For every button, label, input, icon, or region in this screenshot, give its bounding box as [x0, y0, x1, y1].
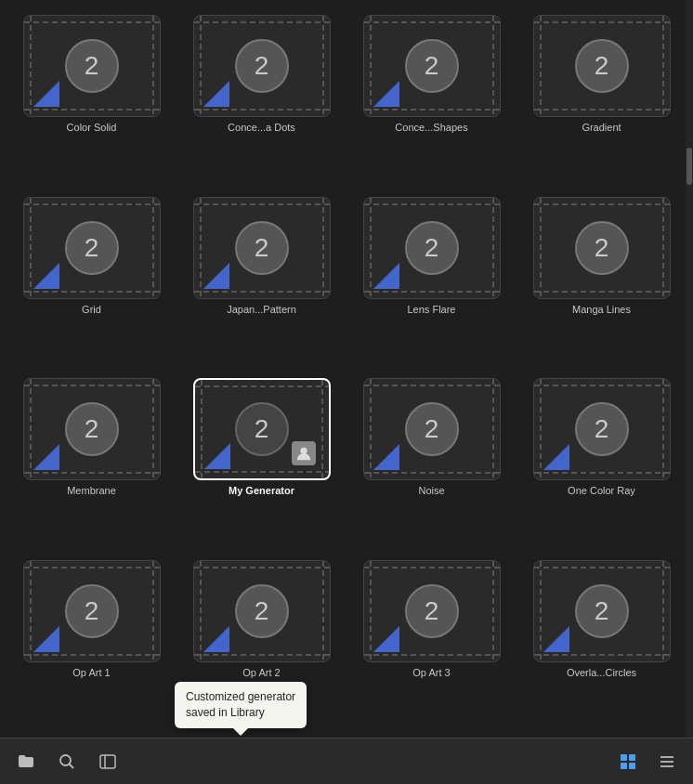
- item-label-conc-shapes: Conce...Shapes: [395, 122, 467, 133]
- grid-item-my-generator[interactable]: 2 My Generator: [181, 378, 342, 549]
- bottom-toolbar: [0, 738, 693, 784]
- list-view-icon: [658, 752, 676, 771]
- grid-item-grid[interactable]: 2Grid: [11, 197, 172, 368]
- main-content: 2Color Solid2Conce...a Dots2Conce...Shap…: [0, 0, 693, 784]
- blue-corner-grid: [33, 263, 59, 289]
- frame-left: [30, 16, 32, 116]
- blue-corner-color-solid: [33, 81, 59, 107]
- item-label-membrane: Membrane: [67, 485, 116, 496]
- number-badge-one-color-ray: 2: [575, 402, 629, 456]
- grid-item-color-solid[interactable]: 2Color Solid: [11, 15, 172, 186]
- thumbnail-japan-pattern: 2: [193, 197, 331, 299]
- grid-item-noise[interactable]: 2Noise: [351, 378, 512, 549]
- callout-tooltip: Customized generatorsaved in Library: [175, 682, 307, 728]
- number-badge-japan-pattern: 2: [235, 221, 289, 275]
- frame-left: [201, 380, 203, 478]
- frame-left: [540, 16, 542, 116]
- search-button[interactable]: [54, 749, 80, 775]
- toolbar-right-group: [615, 749, 680, 775]
- frame-left: [540, 198, 542, 298]
- sidebar-button[interactable]: [95, 749, 121, 775]
- frame-left: [200, 561, 202, 661]
- number-badge-gradient: 2: [575, 39, 629, 93]
- blue-corner-membrane: [33, 444, 59, 470]
- frame-left: [200, 16, 202, 116]
- number-badge-grid: 2: [65, 221, 119, 275]
- frame-left: [200, 198, 202, 298]
- item-label-grid: Grid: [82, 304, 101, 315]
- svg-point-1: [60, 755, 71, 765]
- grid-item-overla-circles[interactable]: 2Overla...Circles: [521, 560, 682, 731]
- grid-item-op-art-1[interactable]: 2Op Art 1: [11, 560, 172, 731]
- frame-left: [30, 198, 32, 298]
- svg-rect-3: [100, 755, 115, 768]
- frame-left: [540, 561, 542, 661]
- svg-rect-8: [629, 763, 635, 769]
- item-label-one-color-ray: One Color Ray: [568, 485, 635, 496]
- search-icon: [58, 752, 76, 771]
- number-badge-conc-dots: 2: [235, 39, 289, 93]
- grid-item-lens-flare[interactable]: 2Lens Flare: [351, 197, 512, 368]
- number-badge-lens-flare: 2: [405, 221, 459, 275]
- scrollbar[interactable]: [686, 0, 693, 738]
- toolbar-left-group: [13, 749, 121, 775]
- frame-left: [370, 16, 372, 116]
- grid-item-gradient[interactable]: 2Gradient: [521, 15, 682, 186]
- grid-view-icon: [619, 752, 637, 771]
- thumbnail-grid: 2: [23, 197, 161, 299]
- blue-corner-my-generator: [204, 443, 230, 469]
- thumbnail-gradient: 2: [533, 15, 671, 117]
- thumbnail-membrane: 2: [23, 378, 161, 480]
- svg-rect-6: [629, 754, 635, 761]
- number-badge-conc-shapes: 2: [405, 39, 459, 93]
- number-badge-op-art-2: 2: [235, 584, 289, 638]
- sidebar-icon: [98, 752, 117, 771]
- item-label-op-art-3: Op Art 3: [412, 667, 450, 678]
- folder-button[interactable]: [13, 749, 39, 775]
- folder-icon: [17, 752, 35, 771]
- number-badge-membrane: 2: [65, 402, 119, 456]
- blue-corner-noise: [373, 444, 399, 470]
- frame-left: [370, 379, 372, 479]
- scrollbar-thumb[interactable]: [686, 148, 692, 185]
- grid-item-one-color-ray[interactable]: 2One Color Ray: [521, 378, 682, 549]
- item-label-color-solid: Color Solid: [67, 122, 117, 133]
- item-label-op-art-1: Op Art 1: [72, 667, 110, 678]
- number-badge-op-art-1: 2: [65, 584, 119, 638]
- grid-item-conc-dots[interactable]: 2Conce...a Dots: [181, 15, 342, 186]
- number-badge-op-art-3: 2: [405, 584, 459, 638]
- frame-left: [540, 379, 542, 479]
- number-badge-color-solid: 2: [65, 39, 119, 93]
- blue-corner-op-art-1: [33, 626, 59, 652]
- thumbnail-op-art-1: 2: [23, 560, 161, 662]
- grid-view-button[interactable]: [615, 749, 641, 775]
- svg-rect-7: [621, 763, 627, 769]
- frame-left: [370, 198, 372, 298]
- thumbnail-noise: 2: [363, 378, 501, 480]
- list-view-button[interactable]: [654, 749, 680, 775]
- blue-corner-lens-flare: [373, 263, 399, 289]
- thumbnail-conc-shapes: 2: [363, 15, 501, 117]
- item-label-op-art-2: Op Art 2: [242, 667, 280, 678]
- blue-corner-conc-dots: [203, 81, 229, 107]
- thumbnail-lens-flare: 2: [363, 197, 501, 299]
- grid-item-op-art-3[interactable]: 2Op Art 3: [351, 560, 512, 731]
- number-badge-overla-circles: 2: [575, 584, 629, 638]
- blue-corner-one-color-ray: [543, 444, 569, 470]
- grid-item-manga-lines[interactable]: 2Manga Lines: [521, 197, 682, 368]
- frame-left: [30, 561, 32, 661]
- svg-point-0: [300, 448, 307, 454]
- callout-text: Customized generatorsaved in Library: [186, 690, 295, 719]
- item-label-manga-lines: Manga Lines: [572, 304, 631, 315]
- thumbnail-one-color-ray: 2: [533, 378, 671, 480]
- user-icon: [295, 445, 312, 462]
- blue-corner-op-art-2: [203, 626, 229, 652]
- svg-line-2: [70, 764, 74, 768]
- item-label-japan-pattern: Japan...Pattern: [227, 304, 296, 315]
- blue-corner-conc-shapes: [373, 81, 399, 107]
- item-label-overla-circles: Overla...Circles: [567, 667, 636, 678]
- grid-item-conc-shapes[interactable]: 2Conce...Shapes: [351, 15, 512, 186]
- grid-item-membrane[interactable]: 2Membrane: [11, 378, 172, 549]
- item-label-noise: Noise: [418, 485, 444, 496]
- grid-item-japan-pattern[interactable]: 2Japan...Pattern: [181, 197, 342, 368]
